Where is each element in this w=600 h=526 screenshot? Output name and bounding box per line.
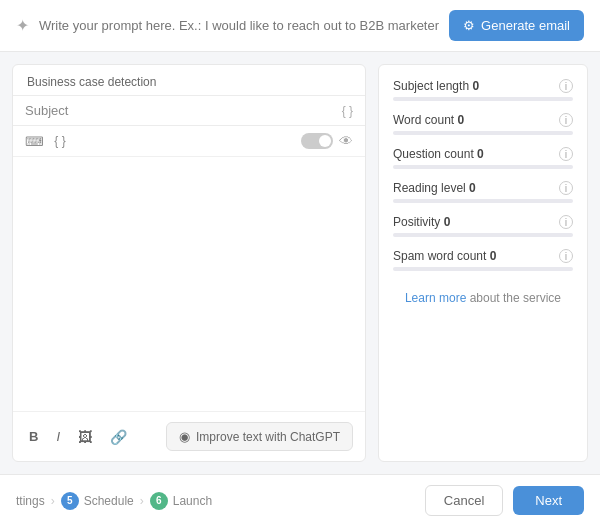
settings-label: ttings bbox=[16, 494, 45, 508]
link-button[interactable]: 🔗 bbox=[106, 427, 131, 447]
stat-question-count: Question count 0 i bbox=[393, 147, 573, 169]
editor-body[interactable] bbox=[13, 157, 365, 411]
launch-label: Launch bbox=[173, 494, 212, 508]
embed-icon[interactable]: ⌨ bbox=[25, 132, 43, 150]
italic-button[interactable]: I bbox=[52, 427, 64, 446]
stat-reading-level: Reading level 0 i bbox=[393, 181, 573, 203]
breadcrumb-sep-2: › bbox=[140, 494, 144, 508]
chatgpt-improve-button[interactable]: ◉ Improve text with ChatGPT bbox=[166, 422, 353, 451]
subject-label: Subject bbox=[25, 103, 334, 118]
eye-icon[interactable]: 👁 bbox=[339, 133, 353, 149]
step-badge-5: 5 bbox=[61, 492, 79, 510]
editor-toolbar: ⌨ { } 👁 bbox=[13, 126, 365, 157]
breadcrumb-step-settings: ttings bbox=[16, 494, 45, 508]
bottom-bar: ttings › 5 Schedule › 6 Launch Cancel Ne… bbox=[0, 474, 600, 526]
stat-word-count: Word count 0 i bbox=[393, 113, 573, 135]
toggle-bar: 👁 bbox=[301, 133, 353, 149]
info-icon-positivity[interactable]: i bbox=[559, 215, 573, 229]
step-badge-6: 6 bbox=[150, 492, 168, 510]
learn-more-row: Learn more about the service bbox=[393, 291, 573, 305]
breadcrumb: ttings › 5 Schedule › 6 Launch bbox=[16, 492, 212, 510]
bottom-actions: Cancel Next bbox=[425, 485, 584, 516]
info-icon-word-count[interactable]: i bbox=[559, 113, 573, 127]
generate-email-button[interactable]: ⚙ Generate email bbox=[449, 10, 584, 41]
chatgpt-icon: ◉ bbox=[179, 429, 190, 444]
info-icon-subject[interactable]: i bbox=[559, 79, 573, 93]
editor-footer: B I 🖼 🔗 ◉ Improve text with ChatGPT bbox=[13, 411, 365, 461]
next-button[interactable]: Next bbox=[513, 486, 584, 515]
wand-icon: ✦ bbox=[16, 16, 29, 35]
subject-row: Subject { } bbox=[13, 95, 365, 126]
format-tools: B I 🖼 🔗 bbox=[25, 427, 131, 447]
breadcrumb-sep-1: › bbox=[51, 494, 55, 508]
subject-braces-button[interactable]: { } bbox=[342, 104, 353, 118]
right-panel: Subject length 0 i Word count 0 i Questi… bbox=[378, 64, 588, 462]
main-content: Business case detection Subject { } ⌨ { … bbox=[0, 52, 600, 474]
braces-button[interactable]: { } bbox=[51, 132, 69, 150]
prompt-input[interactable] bbox=[39, 18, 439, 33]
breadcrumb-step-schedule: 5 Schedule bbox=[61, 492, 134, 510]
bold-button[interactable]: B bbox=[25, 427, 42, 446]
info-icon-question-count[interactable]: i bbox=[559, 147, 573, 161]
toggle-switch[interactable] bbox=[301, 133, 333, 149]
info-icon-reading-level[interactable]: i bbox=[559, 181, 573, 195]
learn-more-link[interactable]: Learn more bbox=[405, 291, 466, 305]
schedule-label: Schedule bbox=[84, 494, 134, 508]
top-bar: ✦ ⚙ Generate email bbox=[0, 0, 600, 52]
toggle-thumb bbox=[319, 135, 331, 147]
panel-title: Business case detection bbox=[13, 65, 365, 95]
image-button[interactable]: 🖼 bbox=[74, 427, 96, 447]
info-icon-spam[interactable]: i bbox=[559, 249, 573, 263]
stat-positivity: Positivity 0 i bbox=[393, 215, 573, 237]
stat-subject-length: Subject length 0 i bbox=[393, 79, 573, 101]
gear-icon: ⚙ bbox=[463, 18, 475, 33]
stat-spam-word-count: Spam word count 0 i bbox=[393, 249, 573, 271]
left-panel: Business case detection Subject { } ⌨ { … bbox=[12, 64, 366, 462]
breadcrumb-step-launch: 6 Launch bbox=[150, 492, 212, 510]
cancel-button[interactable]: Cancel bbox=[425, 485, 503, 516]
